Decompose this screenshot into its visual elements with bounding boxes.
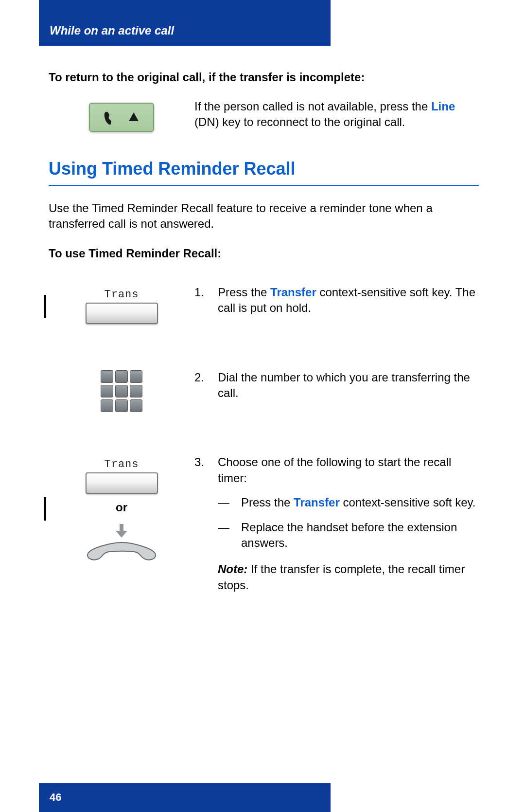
- transfer-softkey-icon: Trans: [86, 289, 158, 324]
- arrow-down-icon: [111, 523, 132, 540]
- or-label: or: [116, 501, 127, 514]
- line-key-text: If the person called is not available, p…: [194, 99, 479, 130]
- steps-text-column: 1. Press the Transfer context-sensitive …: [194, 285, 479, 603]
- svg-rect-0: [120, 524, 123, 531]
- page-footer: 46: [39, 783, 331, 812]
- text-fragment: Press the: [218, 286, 270, 299]
- instruction-heading: To return to the original call, if the t…: [49, 71, 479, 84]
- section-title: Using Timed Reminder Recall: [49, 159, 479, 179]
- step-3: 3. Choose one of the following to start …: [194, 454, 479, 593]
- softkey-button-icon: [86, 303, 158, 324]
- page-content: To return to the original call, if the t…: [49, 58, 479, 620]
- transfer-link: Transfer: [294, 496, 340, 509]
- note-text: If the transfer is complete, the recall …: [218, 562, 465, 591]
- softkey-label: Trans: [104, 289, 139, 301]
- step-note: Note: If the transfer is complete, the r…: [218, 561, 479, 593]
- softkey-button-icon: [86, 472, 158, 494]
- text-fragment: Press the: [241, 496, 294, 509]
- step-number: 3.: [194, 454, 204, 470]
- line-key-row: If the person called is not available, p…: [49, 99, 479, 132]
- transfer-link: Transfer: [270, 286, 316, 299]
- chapter-header: While on an active call: [39, 0, 331, 46]
- steps-row: Trans Trans or: [49, 285, 479, 603]
- section-body: Use the Timed Reminder Recall feature to…: [49, 200, 479, 232]
- change-bar: [44, 497, 46, 521]
- option-1: Press the Transfer context-sensitive sof…: [218, 495, 479, 510]
- chapter-title: While on an active call: [50, 24, 174, 37]
- text-fragment: If the person called is not available, p…: [194, 100, 431, 113]
- line-link: Line: [431, 100, 455, 113]
- manual-page: While on an active call To return to the…: [0, 0, 525, 812]
- page-number: 46: [50, 791, 61, 804]
- section-rule: [49, 185, 479, 186]
- steps-list: 1. Press the Transfer context-sensitive …: [194, 285, 479, 593]
- change-bar: [44, 295, 46, 318]
- triangle-up-icon: [127, 110, 140, 124]
- sub-instruction: To use Timed Reminder Recall:: [49, 247, 479, 260]
- text-fragment: (DN) key to reconnect to the original ca…: [194, 115, 405, 128]
- step-1: 1. Press the Transfer context-sensitive …: [194, 285, 479, 316]
- handset-down-icon: [83, 540, 160, 564]
- softkey-label: Trans: [104, 458, 139, 470]
- icon-column: [49, 99, 194, 132]
- note-label: Note:: [218, 562, 247, 576]
- step-intro: Choose one of the following to start the…: [218, 455, 451, 484]
- dialpad-icon: [101, 370, 142, 412]
- option-2: Replace the handset before the extension…: [218, 520, 479, 551]
- step-number: 2.: [194, 370, 204, 385]
- hangup-icon: [83, 523, 160, 564]
- text-fragment: context-sensitive soft key.: [340, 496, 476, 509]
- step-number: 1.: [194, 285, 204, 300]
- line-key-icon: [89, 103, 154, 132]
- step-text: Dial the number to which you are transfe…: [218, 371, 470, 399]
- step-2: 2. Dial the number to which you are tran…: [194, 370, 479, 401]
- options-list: Press the Transfer context-sensitive sof…: [218, 495, 479, 551]
- phone-handset-icon: [103, 109, 124, 126]
- transfer-softkey-icon: Trans: [86, 458, 158, 494]
- steps-icon-column: Trans Trans or: [49, 285, 194, 564]
